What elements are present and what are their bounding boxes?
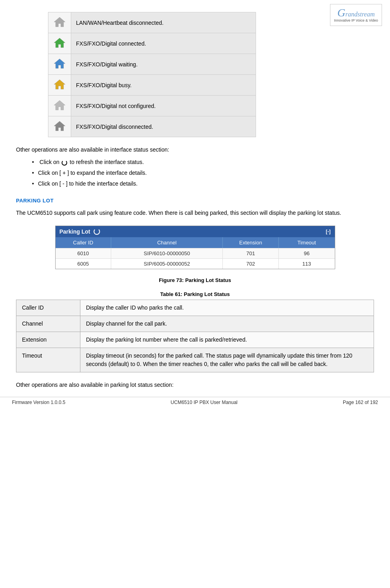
parking-collapse-btn[interactable]: [-] bbox=[326, 229, 331, 234]
svg-marker-4 bbox=[54, 100, 65, 110]
table-description: Display the caller ID who parks the call… bbox=[80, 300, 374, 316]
parking-refresh-icon[interactable] bbox=[94, 228, 100, 235]
parking-cell-channel: SIP/6005-00000052 bbox=[111, 259, 223, 269]
table-caption: Table 61: Parking Lot Status bbox=[16, 291, 374, 297]
parking-cell-caller_id: 6010 bbox=[56, 248, 112, 258]
status-icon-cell bbox=[48, 33, 71, 54]
parking-widget: Parking Lot [-] Caller ID Channel Extens… bbox=[55, 226, 335, 269]
logo-box: G randstream Innovative IP Voice & Video bbox=[330, 4, 382, 26]
parking-header-left: Parking Lot bbox=[60, 228, 100, 235]
table-description: Display timeout (in seconds) for the par… bbox=[80, 348, 374, 372]
parking-row: 6005SIP/6005-00000052702113 bbox=[56, 258, 335, 269]
refresh-icon bbox=[62, 160, 67, 166]
col-header-channel: Channel bbox=[111, 237, 223, 248]
logo-name: randstream bbox=[346, 11, 375, 18]
table-description: Display channel for the call park. bbox=[80, 316, 374, 332]
parking-lot-desc: The UCM6510 supports call park using fea… bbox=[16, 208, 374, 217]
status-icon-cell bbox=[48, 116, 71, 137]
bullet-list: Click on to refresh the interface status… bbox=[32, 158, 374, 188]
status-icon-cell bbox=[48, 54, 71, 75]
logo-area: G randstream Innovative IP Voice & Video bbox=[330, 4, 382, 26]
table-field: Channel bbox=[16, 316, 80, 332]
status-label-cell: FXS/FXO/Digital disconnected. bbox=[71, 116, 256, 137]
parking-cell-channel: SIP/6010-00000050 bbox=[111, 248, 223, 258]
parking-cell-timeout: 113 bbox=[279, 259, 335, 269]
parking-cell-caller_id: 6005 bbox=[56, 259, 112, 269]
figure-caption: Figure 73: Parking Lot Status bbox=[16, 277, 374, 283]
svg-marker-5 bbox=[54, 121, 65, 131]
parking-widget-header: Parking Lot [-] bbox=[56, 226, 335, 237]
status-table: LAN/WAN/Heartbeat disconnected. FXS/FXO/… bbox=[48, 12, 256, 137]
bullet-item-3: Click on [ - ] to hide the interface det… bbox=[32, 180, 374, 188]
parking-col-headers: Caller ID Channel Extension Timeout bbox=[56, 237, 335, 248]
col-header-timeout: Timeout bbox=[279, 237, 335, 248]
bullet-item-1: Click on to refresh the interface status… bbox=[32, 158, 374, 166]
col-header-extension: Extension bbox=[223, 237, 279, 248]
other-ops-parking: Other operations are also available in p… bbox=[16, 380, 374, 389]
status-label-cell: FXS/FXO/Digital waiting. bbox=[71, 54, 256, 75]
status-label-cell: FXS/FXO/Digital busy. bbox=[71, 75, 256, 96]
status-label-cell: FXS/FXO/Digital not configured. bbox=[71, 96, 256, 116]
status-icon-cell bbox=[48, 75, 71, 96]
parking-status-table: Caller IDDisplay the caller ID who parks… bbox=[16, 300, 374, 372]
parking-row: 6010SIP/6010-0000005070196 bbox=[56, 248, 335, 258]
parking-lot-title: Parking Lot bbox=[60, 228, 90, 235]
parking-cell-extension: 701 bbox=[223, 248, 279, 258]
parking-cell-timeout: 96 bbox=[279, 248, 335, 258]
status-icon-cell bbox=[48, 96, 71, 116]
footer-left: Firmware Version 1.0.0.5 bbox=[12, 400, 65, 405]
svg-marker-1 bbox=[54, 38, 65, 48]
table-field: Caller ID bbox=[16, 300, 80, 316]
bullet-item-2: Click on [ + ] to expand the interface d… bbox=[32, 169, 374, 177]
status-label-cell: LAN/WAN/Heartbeat disconnected. bbox=[71, 12, 256, 33]
table-description: Display the parking lot number where the… bbox=[80, 332, 374, 348]
footer-center: UCM6510 IP PBX User Manual bbox=[171, 400, 238, 405]
logo-letter: G bbox=[337, 7, 345, 18]
table-field: Timeout bbox=[16, 348, 80, 372]
svg-marker-2 bbox=[54, 59, 65, 68]
parking-cell-extension: 702 bbox=[223, 259, 279, 269]
table-field: Extension bbox=[16, 332, 80, 348]
footer: Firmware Version 1.0.0.5 UCM6510 IP PBX … bbox=[0, 397, 390, 405]
parking-rows-container: 6010SIP/6010-00000050701966005SIP/6005-0… bbox=[56, 248, 335, 269]
other-ops-text: Other operations are also available in i… bbox=[16, 145, 374, 154]
footer-right: Page 162 of 192 bbox=[343, 400, 378, 405]
status-label-cell: FXS/FXO/Digital connected. bbox=[71, 33, 256, 54]
svg-marker-3 bbox=[54, 80, 65, 89]
logo-tagline: Innovative IP Voice & Video bbox=[334, 18, 378, 23]
status-icon-cell bbox=[48, 12, 71, 33]
col-header-callerid: Caller ID bbox=[56, 237, 112, 248]
parking-lot-heading: PARKING LOT bbox=[16, 198, 374, 204]
svg-marker-0 bbox=[54, 17, 65, 27]
